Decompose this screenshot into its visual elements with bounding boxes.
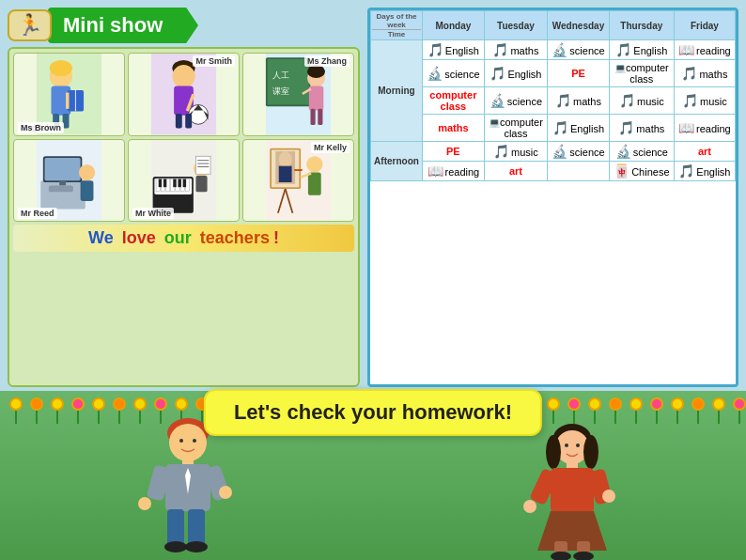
cell-wed-5: 🔬science [548,142,610,162]
svg-rect-69 [308,172,321,194]
svg-point-68 [306,156,322,172]
teacher-cell-ms-brown: English Ms Brown [13,53,125,136]
banner-love: love [122,228,156,247]
cell-fri-6: 🎵English [674,162,735,181]
cell-fri-5: art [674,142,735,162]
ms-brown-name: Ms Brown [18,122,64,133]
banner-we: We [88,228,114,247]
teachers-panel: English Ms Brown [8,47,360,387]
svg-point-102 [573,552,594,560]
banner-teachers: teachers [200,228,270,247]
teacher-cell-mr-smith: Mr Smith [128,53,240,136]
banner-exclaim: ! [273,228,279,247]
svg-rect-71 [294,169,303,171]
svg-rect-56 [195,156,210,174]
table-row: maths 💻computerclass 🎵English 🎵maths 📖re… [371,115,736,142]
cell-thu-6: 🀄Chinese [609,162,674,181]
cell-tue-3: 🔬science [484,87,547,115]
svg-rect-65 [279,165,292,181]
timetable-panel: Days of the week Time Monday Tuesday Wed… [367,8,738,387]
runner-icon: 🏃 [17,13,42,38]
cell-tue-6: art [484,162,547,181]
table-row: Afternoon PE 🎵music 🔬science 🔬science ar… [371,142,736,162]
cell-fri-4: 📖reading [674,115,735,142]
svg-rect-55 [195,176,207,192]
teacher-cell-mr-reed: Mr Reed [13,139,125,223]
svg-rect-6 [66,93,69,109]
morning-header: Morning [371,40,423,142]
banner-our: our [164,228,192,247]
table-row: 🔬science 🎵English PE 💻computerclass 🎵mat… [371,60,736,87]
teachers-grid: English Ms Brown [13,53,354,222]
svg-rect-29 [310,109,315,125]
cell-mon-2: 🔬science [423,60,485,87]
svg-rect-35 [59,180,66,185]
cell-thu-5: 🔬science [609,142,674,162]
svg-point-73 [169,424,207,461]
cell-wed-6 [548,162,610,181]
cell-thu-3: 🎵music [609,87,674,115]
svg-rect-36 [49,185,73,192]
svg-rect-52 [178,179,180,187]
left-panel: 🏃 Mini show [8,8,360,387]
teacher-cell-mr-white: Mr White [128,139,240,223]
svg-point-101 [551,552,571,560]
svg-point-98 [602,490,615,503]
ms-zhang-name: Ms Zhang [304,55,350,67]
cell-tue-5: 🎵music [484,142,547,162]
teacher-cell-mr-kelly: Mr Kelly [242,139,354,223]
cell-mon-4: maths [423,115,485,142]
svg-point-75 [193,439,196,443]
col-monday: Monday [423,11,485,40]
svg-rect-30 [318,109,322,125]
table-row: 📖reading art 🀄Chinese 🎵English [371,162,736,181]
afternoon-header: Afternoon [371,142,423,181]
svg-text:课室: 课室 [272,86,289,96]
svg-rect-17 [176,114,182,129]
svg-rect-22 [268,59,309,104]
cell-fri-2: 🎵maths [674,60,735,87]
mini-show-header: 🏃 Mini show [8,8,360,43]
love-banner: We love our teachers! [13,225,354,252]
svg-point-11 [172,65,194,87]
mini-show-title: Mini show [63,13,163,37]
svg-rect-34 [45,158,81,180]
cell-wed-1: 🔬science [548,40,610,60]
cell-fri-3: 🎵music [674,87,735,115]
bottom-area: Let's check your homework! [0,381,746,560]
table-row: Morning 🎵English 🎵maths 🔬science 🎵Englis… [371,40,736,60]
mr-white-name: Mr White [132,208,174,219]
cell-fri-1: 📖reading [674,40,735,60]
teacher-cell-ms-zhang: 人工 课室 Ms Zhang [242,53,354,136]
mr-kelly-name: Mr Kelly [311,142,350,153]
svg-rect-38 [81,180,94,201]
mr-reed-name: Mr Reed [18,208,57,219]
col-friday: Friday [674,11,735,40]
cell-mon-5: PE [423,142,485,162]
svg-point-82 [219,486,232,499]
homework-banner: Let's check your homework! [204,389,542,436]
cell-mon-3: computerclass [423,87,485,115]
col-tuesday: Tuesday [484,11,547,40]
svg-point-26 [307,65,325,78]
timetable: Days of the week Time Monday Tuesday Wed… [370,10,736,181]
svg-rect-51 [173,179,176,187]
cell-mon-1: 🎵English [423,40,485,60]
svg-point-90 [583,435,598,469]
svg-point-91 [565,443,568,447]
svg-rect-53 [183,179,186,187]
cell-tue-1: 🎵maths [484,40,547,60]
character-girl [521,419,624,560]
cell-wed-4: 🎵English [548,115,610,142]
cell-thu-4: 🎵maths [609,115,674,142]
svg-point-74 [179,439,183,443]
col-thursday: Thursday [609,11,674,40]
cell-tue-4: 💻computerclass [484,115,547,142]
svg-text:人工: 人工 [272,70,289,80]
svg-point-37 [79,163,95,179]
svg-rect-49 [159,179,162,187]
svg-point-64 [279,151,292,167]
main-content: 🏃 Mini show [0,0,746,395]
svg-point-97 [523,500,536,513]
col-wednesday: Wednesday [548,11,610,40]
